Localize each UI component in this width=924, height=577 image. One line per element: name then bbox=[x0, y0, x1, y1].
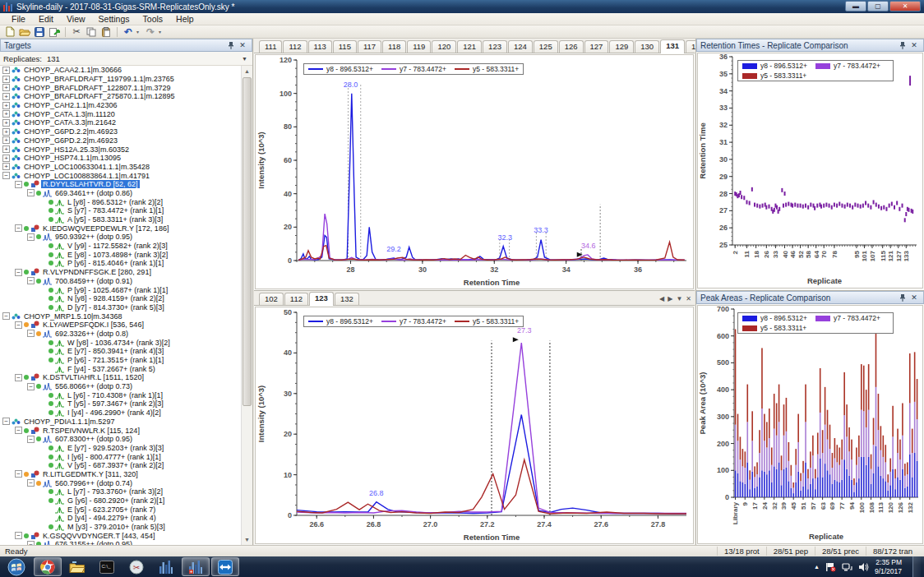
close-tab-icon[interactable]: ✕ bbox=[686, 295, 691, 302]
menu-view[interactable]: View bbox=[60, 13, 92, 25]
tab-menu-icon[interactable]: ▼ bbox=[676, 295, 682, 302]
tab-130[interactable]: 130 bbox=[635, 40, 659, 53]
taskbar-start-button[interactable] bbox=[1, 557, 32, 576]
tree-item[interactable]: L [y6] - 710.4308+ (rank 1)[1] bbox=[0, 390, 242, 399]
copy-icon[interactable] bbox=[85, 26, 98, 38]
tab-120[interactable]: 120 bbox=[432, 40, 456, 53]
tree-item[interactable]: −R.VLYPNDNFFSGK.E [280, 291] bbox=[0, 268, 242, 277]
tree-item[interactable]: +CHOYP_BRAFLDRAFT_122807.1.1|m.3729 bbox=[0, 83, 242, 92]
new-document-icon[interactable] bbox=[3, 26, 16, 38]
targets-scrollbar[interactable]: ▲ ▼ bbox=[241, 66, 252, 545]
expand-icon[interactable]: + bbox=[2, 128, 10, 136]
tree-item[interactable]: L [y8] - 896.5312+ (rank 2)[2] bbox=[0, 197, 242, 206]
pin-icon[interactable] bbox=[897, 40, 908, 50]
scroll-tabs-left-icon[interactable]: ◀ bbox=[659, 295, 664, 302]
taskbar-explorer-icon[interactable] bbox=[63, 557, 91, 576]
tree-item[interactable]: E [y5] - 623.2705+ (rank 7) bbox=[0, 505, 242, 514]
tree-item[interactable]: I [y4] - 496.2990+ (rank 4)[2] bbox=[0, 409, 242, 418]
scroll-down-icon[interactable]: ▼ bbox=[242, 534, 252, 545]
chevron-down-icon[interactable]: ▾ bbox=[159, 29, 164, 35]
tree-item[interactable]: −R.LITLGEDMTK.Y [311, 320] bbox=[0, 470, 242, 479]
tab-118[interactable]: 118 bbox=[382, 40, 406, 53]
tree-item[interactable]: V [y5] - 687.3937+ (rank 2)[2] bbox=[0, 461, 242, 470]
tree-item[interactable]: E [y8] - 1073.4898+ (rank 3)[2] bbox=[0, 250, 242, 259]
network-icon[interactable] bbox=[842, 562, 852, 572]
tree-item[interactable]: E [y7] - 850.3941+ (rank 4)[3] bbox=[0, 347, 242, 356]
collapse-icon[interactable]: − bbox=[15, 532, 22, 539]
taskbar-snipping-tool-icon[interactable]: ✂ bbox=[122, 557, 150, 576]
tab-132[interactable]: 132 bbox=[335, 293, 359, 305]
tree-item[interactable]: −692.3326++ (dotp 0.8) bbox=[0, 330, 242, 339]
taskbar-teamviewer-icon[interactable] bbox=[211, 557, 239, 576]
tree-item[interactable]: +CHOYP_HS12A.25.33|m.60352 bbox=[0, 145, 242, 154]
show-desktop-button[interactable] bbox=[912, 556, 921, 577]
tab-102[interactable]: 102 bbox=[259, 293, 284, 305]
tab-131[interactable]: 131 bbox=[660, 39, 685, 53]
menu-edit[interactable]: Edit bbox=[32, 13, 60, 25]
tab-115[interactable]: 115 bbox=[333, 40, 357, 53]
tray-expand-icon[interactable]: ▲ bbox=[814, 564, 820, 570]
tree-item[interactable]: −CHOYP_MRP1.5.10|m.34368 bbox=[0, 312, 242, 321]
tree-item[interactable]: −K.GSQQVVDYNGER.T [443, 454] bbox=[0, 531, 242, 540]
collapse-icon[interactable]: − bbox=[27, 189, 35, 196]
tab-121[interactable]: 121 bbox=[457, 40, 482, 53]
tab-123[interactable]: 123 bbox=[309, 292, 334, 306]
expand-icon[interactable]: + bbox=[2, 145, 10, 153]
tree-item[interactable]: +CHOYP_LOC100633041.1.1|m.35428 bbox=[0, 163, 242, 172]
tree-item[interactable]: −CHOYP_LOC100883864.1.1|m.41791 bbox=[0, 171, 242, 180]
tab-124[interactable]: 124 bbox=[508, 40, 533, 53]
tab-119[interactable]: 119 bbox=[407, 40, 431, 53]
tree-item[interactable]: P [y6] - 815.4046+ (rank 1)[1] bbox=[0, 259, 242, 268]
expand-icon[interactable]: + bbox=[2, 119, 10, 127]
scroll-up-icon[interactable]: ▲ bbox=[242, 66, 252, 76]
collapse-icon[interactable]: − bbox=[27, 233, 35, 241]
tree-item[interactable]: −K.DSTVLTIAHR.L [1511, 1520] bbox=[0, 373, 242, 382]
tree-item[interactable]: F [y4] - 537.2667+ (rank 5) bbox=[0, 364, 242, 373]
tree-item[interactable]: S [y7] - 783.4472+ (rank 1)[1] bbox=[0, 206, 242, 215]
tree-item[interactable]: +CHOYP_BRAFLDRAFT_119799.1.1|m.23765 bbox=[0, 75, 242, 84]
tree-item[interactable]: +CHOYP_ACAA2.1.1|m.30666 bbox=[0, 66, 242, 75]
tab-112[interactable]: 112 bbox=[283, 40, 307, 53]
expand-icon[interactable]: + bbox=[2, 67, 10, 74]
tree-item[interactable]: −607.8300++ (dotp 0.95) bbox=[0, 435, 242, 444]
tree-item[interactable]: D [y4] - 494.2279+ (rank 4) bbox=[0, 514, 242, 523]
tree-item[interactable]: −556.8066++ (dotp 0.73) bbox=[0, 382, 242, 391]
taskbar-chrome-icon[interactable] bbox=[34, 557, 62, 576]
collapse-icon[interactable]: − bbox=[15, 269, 22, 276]
taskbar-skyline-icon[interactable] bbox=[152, 557, 180, 576]
chevron-down-icon[interactable]: ▼ bbox=[242, 56, 249, 62]
expand-icon[interactable]: + bbox=[2, 76, 10, 83]
tree-item[interactable]: P [y9] - 1025.4687+ (rank 1)[1] bbox=[0, 285, 242, 294]
tree-item[interactable]: N [y8] - 928.4159+ (rank 2)[2] bbox=[0, 294, 242, 303]
tree-item[interactable]: +CHOYP_CAH2.1.1|m.42306 bbox=[0, 101, 242, 110]
tree-item[interactable]: −K.LYAWEPSFQDK.I [536, 546] bbox=[0, 321, 242, 330]
pin-icon[interactable] bbox=[225, 40, 237, 50]
expand-icon[interactable]: + bbox=[2, 93, 10, 100]
close-icon[interactable]: ✕ bbox=[908, 293, 920, 302]
action-center-flag-icon[interactable] bbox=[825, 562, 836, 572]
tree-item[interactable]: −669.3461++ (dotp 0.86) bbox=[0, 189, 242, 198]
tree-item[interactable]: L [y7] - 793.3760+ (rank 3)[2] bbox=[0, 487, 242, 496]
taskbar-clock[interactable]: 2:35 PM 9/1/2017 bbox=[875, 558, 907, 575]
expand-icon[interactable]: + bbox=[2, 84, 10, 91]
tree-item[interactable]: E [y7] - 929.5203+ (rank 3)[3] bbox=[0, 444, 242, 453]
chevron-down-icon[interactable]: ▾ bbox=[136, 29, 142, 35]
undo-icon[interactable]: ↶ bbox=[122, 26, 135, 38]
expand-icon[interactable]: + bbox=[2, 136, 10, 144]
tree-item[interactable]: +CHOYP_CATA.3.3|m.21642 bbox=[0, 118, 242, 127]
tab-117[interactable]: 117 bbox=[358, 40, 381, 53]
save-icon[interactable] bbox=[33, 26, 46, 38]
tab-123[interactable]: 123 bbox=[483, 40, 507, 53]
tree-item[interactable]: +CHOYP_HSP74.1.1|m.13095 bbox=[0, 154, 242, 163]
tree-item[interactable]: A [y5] - 583.3311+ (rank 3)[3] bbox=[0, 215, 242, 224]
menu-help[interactable]: Help bbox=[169, 13, 201, 25]
tree-item[interactable]: G [y6] - 680.2920+ (rank 2)[1] bbox=[0, 496, 242, 505]
collapse-icon[interactable]: − bbox=[15, 224, 22, 232]
tree-item[interactable]: T [y5] - 597.3467+ (rank 2)[3] bbox=[0, 399, 242, 409]
collapse-icon[interactable]: − bbox=[2, 172, 10, 179]
volume-icon[interactable] bbox=[858, 562, 869, 572]
menu-settings[interactable]: Settings bbox=[92, 13, 136, 25]
collapse-icon[interactable]: − bbox=[15, 321, 22, 329]
chromatogram-svg-bottom[interactable]: 26.626.827.027.227.427.627.801020304050R… bbox=[256, 307, 693, 543]
expand-icon[interactable]: + bbox=[2, 163, 10, 170]
